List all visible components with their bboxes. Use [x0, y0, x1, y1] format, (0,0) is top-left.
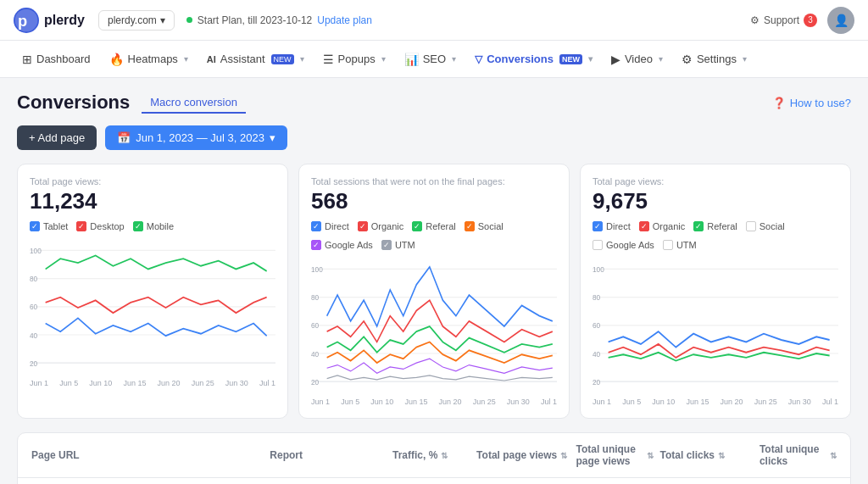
chevron-down-icon: ▾	[270, 131, 275, 144]
svg-text:p: p	[18, 11, 27, 29]
legend-item-direct[interactable]: ✓ Direct	[311, 221, 349, 231]
legend-label-organic: Organic	[371, 221, 404, 231]
avatar[interactable]: 👤	[827, 7, 854, 34]
nav-label-heatmaps: Heatmaps	[128, 53, 178, 65]
update-plan-link[interactable]: Update plan	[317, 14, 372, 26]
legend-checkbox-desktop: ✓	[76, 221, 86, 231]
chart2-value: 568	[311, 188, 557, 214]
legend-item3-social[interactable]: Social	[746, 221, 785, 231]
legend-item-google-ads[interactable]: ✓ Google Ads	[311, 240, 373, 250]
legend-item3-google-ads[interactable]: Google Ads	[593, 240, 654, 250]
nav-label-seo: SEO	[423, 53, 446, 65]
nav-label-settings: Settings	[697, 53, 737, 65]
assistant-icon: AI	[207, 54, 216, 64]
legend-item-organic[interactable]: ✓ Organic	[358, 221, 404, 231]
legend-label3-referal: Referal	[707, 221, 737, 231]
sidebar-item-video[interactable]: ▶ Video ▾	[603, 47, 671, 71]
nav-bar: ⊞ Dashboard 🔥 Heatmaps ▾ AI Assistant NE…	[0, 41, 868, 78]
sidebar-item-settings[interactable]: ⚙ Settings ▾	[673, 47, 755, 71]
legend-item-tablet[interactable]: ✓ Tablet	[30, 221, 68, 231]
logo-icon: p	[14, 8, 39, 33]
svg-text:100: 100	[311, 264, 323, 274]
support-button[interactable]: ⚙ Support 3	[750, 14, 817, 27]
sidebar-item-assistant[interactable]: AI Assistant NEW ▾	[198, 47, 313, 70]
settings-icon: ⚙	[682, 53, 693, 66]
chart1-meta: Total page views:	[30, 176, 275, 186]
legend-label3-direct: Direct	[606, 221, 631, 231]
legend-checkbox-mobile: ✓	[133, 221, 143, 231]
legend-checkbox3-social	[746, 221, 756, 231]
legend-item3-referal[interactable]: ✓ Referal	[693, 221, 737, 231]
chevron-down-icon: ▾	[381, 54, 386, 64]
legend-item-referal[interactable]: ✓ Referal	[412, 221, 455, 231]
legend-checkbox-organic: ✓	[358, 221, 368, 231]
date-range-label: Jun 1, 2023 — Jul 3, 2023	[136, 131, 264, 144]
legend-label3-utm: UTM	[676, 240, 697, 250]
svg-text:80: 80	[311, 293, 319, 303]
nav-label-conversions: Conversions	[487, 53, 554, 65]
chart1-value: 11,234	[30, 188, 275, 214]
legend-item-social[interactable]: ✓ Social	[465, 221, 504, 231]
svg-text:20: 20	[593, 377, 600, 387]
legend-label-social: Social	[478, 221, 504, 231]
chart1-legend: ✓ Tablet ✓ Desktop ✓ Mobile	[30, 221, 275, 231]
legend-item3-direct[interactable]: ✓ Direct	[593, 221, 631, 231]
chart-card-2: Total sessions that were not on the fina…	[298, 164, 570, 419]
th-unique-views[interactable]: Total unique page views ⇅	[576, 443, 653, 467]
table-header: Page URL Report Traffic, % ⇅ Total page …	[18, 433, 850, 478]
th-traffic[interactable]: Traffic, % ⇅	[392, 449, 470, 461]
svg-text:60: 60	[593, 321, 600, 331]
sidebar-item-dashboard[interactable]: ⊞ Dashboard	[14, 47, 99, 71]
add-page-button[interactable]: + Add page	[17, 125, 97, 150]
legend-label3-social: Social	[760, 221, 785, 231]
th-page-url: Page URL	[31, 449, 263, 461]
legend-checkbox-social: ✓	[465, 221, 475, 231]
page-title: Conversions	[17, 92, 130, 114]
logo: p plerdy	[14, 8, 85, 33]
sidebar-item-seo[interactable]: 📊 SEO ▾	[396, 47, 465, 71]
legend-item3-utm[interactable]: UTM	[663, 240, 697, 250]
nav-label-video: Video	[625, 53, 653, 65]
svg-text:20: 20	[30, 359, 37, 368]
legend-item-desktop[interactable]: ✓ Desktop	[76, 221, 124, 231]
legend-item-mobile[interactable]: ✓ Mobile	[133, 221, 174, 231]
date-range-button[interactable]: 📅 Jun 1, 2023 — Jul 3, 2023 ▾	[105, 125, 287, 150]
chart1-x-labels: Jun 1 Jun 5 Jun 10 Jun 15 Jun 20 Jun 25 …	[30, 379, 275, 387]
chart2-area: 100 80 60 40 20	[311, 259, 557, 394]
legend-item-utm[interactable]: ✓ UTM	[381, 240, 415, 250]
chart2-x-labels: Jun 1 Jun 5 Jun 10 Jun 15 Jun 20 Jun 25 …	[311, 398, 557, 406]
legend-item3-organic[interactable]: ✓ Organic	[639, 221, 686, 231]
toolbar: + Add page 📅 Jun 1, 2023 — Jul 3, 2023 ▾	[17, 125, 851, 150]
chart-card-1: Total page views: 11,234 ✓ Tablet ✓ Desk…	[17, 164, 288, 419]
chart3-value: 9,675	[593, 188, 838, 214]
svg-text:40: 40	[593, 349, 600, 359]
legend-checkbox3-direct: ✓	[593, 221, 603, 231]
sidebar-item-conversions[interactable]: ▽ Conversions NEW ▾	[466, 47, 601, 70]
legend-checkbox-google-ads: ✓	[311, 240, 321, 250]
conversions-badge: NEW	[559, 54, 582, 64]
domain-selector[interactable]: plerdy.com ▾	[98, 10, 175, 31]
legend-checkbox-utm: ✓	[381, 240, 392, 250]
conversions-icon: ▽	[475, 53, 482, 65]
chart3-area: 100 80 60 40 20	[593, 259, 838, 394]
chart2-meta: Total sessions that were not on the fina…	[311, 176, 557, 186]
chart3-meta: Total page views:	[593, 176, 838, 186]
plan-badge: Start Plan, till 2023-10-12 Update plan	[186, 14, 372, 26]
sidebar-item-popups[interactable]: ☰ Popups ▾	[314, 47, 394, 71]
chart3-legend: ✓ Direct ✓ Organic ✓ Referal Social	[593, 221, 838, 250]
th-clicks[interactable]: Total clicks ⇅	[660, 449, 753, 461]
svg-text:20: 20	[311, 377, 319, 387]
chart3-x-labels: Jun 1 Jun 5 Jun 10 Jun 15 Jun 20 Jun 25 …	[593, 398, 838, 406]
chart1-area: 100 80 60 40 20	[30, 240, 275, 376]
th-page-views[interactable]: Total page views ⇅	[476, 449, 569, 461]
th-unique-clicks[interactable]: Total unique clicks ⇅	[760, 443, 837, 467]
table-row: I Spent 2000 Hours Learning How To Learn…	[18, 478, 850, 484]
chart2-legend: ✓ Direct ✓ Organic ✓ Referal ✓ Social ✓	[311, 221, 557, 250]
svg-text:80: 80	[593, 293, 600, 303]
svg-text:80: 80	[30, 275, 37, 284]
chart-card-3: Total page views: 9,675 ✓ Direct ✓ Organ…	[580, 164, 851, 419]
tab-macro-conversion[interactable]: Macro conversion	[142, 92, 246, 114]
calendar-icon: 📅	[117, 131, 131, 144]
sidebar-item-heatmaps[interactable]: 🔥 Heatmaps ▾	[101, 47, 197, 71]
how-to-use-link[interactable]: ❓ How to use?	[772, 97, 851, 109]
